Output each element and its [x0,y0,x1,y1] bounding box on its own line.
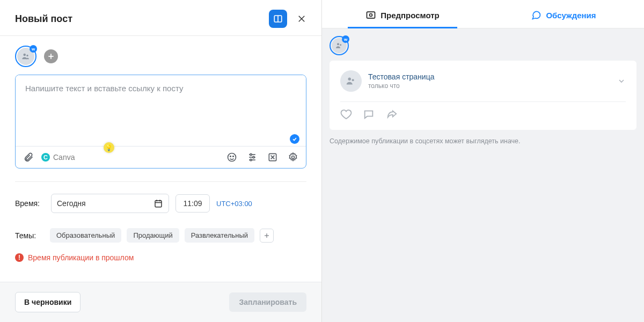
svg-point-4 [24,54,26,56]
footer-bar: В черновики Запланировать [0,282,321,322]
vk-badge-icon: w [342,35,349,43]
preview-account-avatar[interactable]: w [330,36,349,55]
preview-body: w Тестовая страница только что [322,28,644,322]
svg-point-5 [26,55,28,56]
page-title: Новый пост [15,13,72,25]
time-row: Время: Сегодня 11:09 UTC+03:00 [15,194,306,213]
preview-time-text: только что [368,82,434,90]
spellcheck-ok-icon[interactable] [290,134,299,144]
eye-icon [365,10,376,20]
time-picker[interactable]: 11:09 [175,194,210,213]
svg-rect-21 [155,201,162,207]
attach-icon[interactable] [23,152,34,163]
error-message: ! Время публикации в прошлом [15,253,306,262]
post-text-input[interactable] [16,75,306,132]
canva-logo-icon: C [41,153,50,162]
error-text: Время публикации в прошлом [28,253,134,262]
error-icon: ! [15,253,24,262]
preview-disclaimer: Содержимое публикации в соцсетях может в… [330,137,636,145]
divider [340,101,626,102]
hint-bulb-icon[interactable]: 💡 [104,142,114,153]
save-draft-button[interactable]: В черновики [15,292,80,312]
theme-chip[interactable]: Развлекательный [185,228,254,243]
svg-point-30 [340,44,341,46]
svg-point-32 [352,79,354,81]
themes-label: Темы: [15,231,45,240]
app-root: Новый пост w [0,0,644,322]
add-account-button[interactable] [44,49,58,63]
canva-label: Canva [53,153,75,162]
settings-sliders-icon[interactable] [247,152,258,163]
svg-point-14 [250,153,252,155]
chat-icon [531,10,541,20]
schedule-section: Время: Сегодня 11:09 UTC+03:00 Темы: Обр… [0,182,321,262]
gear-icon[interactable] [288,152,298,163]
chevron-down-icon[interactable] [617,77,626,85]
preview-card-actions [340,108,626,120]
theme-chip[interactable]: Продающий [127,228,179,243]
svg-point-31 [348,78,352,81]
tab-discussions-label: Обсуждения [546,11,596,20]
svg-point-16 [250,159,252,160]
calendar-icon [153,199,163,208]
preview-card: Тестовая страница только что [330,61,636,130]
svg-point-9 [230,156,231,157]
timezone-link[interactable]: UTC+03:00 [216,200,252,208]
close-icon[interactable] [297,14,306,24]
preview-page-meta: Тестовая страница только что [368,72,434,90]
share-icon[interactable] [385,108,398,120]
spellcheck-row [16,134,306,146]
add-theme-button[interactable] [260,229,274,243]
preview-page-name[interactable]: Тестовая страница [368,72,434,81]
compose-header: Новый пост [0,0,321,35]
like-icon[interactable] [340,108,352,120]
canva-button[interactable]: C Canva [41,153,75,162]
date-value: Сегодня [57,199,86,208]
svg-point-28 [370,14,372,17]
remove-image-icon[interactable] [267,152,278,163]
time-label: Время: [15,199,45,208]
header-actions [269,10,306,28]
svg-point-15 [253,156,254,158]
preview-tabs: Предпросмотр Обсуждения [322,0,644,28]
toggle-preview-button[interactable] [269,10,287,28]
theme-chip[interactable]: Образовательный [50,228,121,243]
date-picker[interactable]: Сегодня [51,194,169,213]
tab-discussions[interactable]: Обсуждения [483,0,644,28]
compose-toolbar: 💡 C Canva [16,146,306,168]
vk-badge-icon: w [30,45,37,53]
preview-account-strip: w [330,36,636,55]
accounts-row: w [0,36,321,75]
preview-card-header: Тестовая страница только что [340,70,626,92]
compose-pane: Новый пост w [0,0,322,322]
themes-row: Темы: Образовательный Продающий Развлека… [15,228,306,243]
selected-account-avatar[interactable]: w [15,46,36,67]
emoji-icon[interactable] [226,152,237,163]
svg-point-20 [292,156,295,159]
schedule-button[interactable]: Запланировать [229,292,306,312]
svg-point-29 [337,43,339,45]
svg-rect-27 [367,12,375,18]
tab-preview-label: Предпросмотр [380,11,440,20]
svg-point-10 [233,156,234,157]
compose-box: 💡 C Canva [15,75,306,169]
tab-preview[interactable]: Предпросмотр [322,0,483,28]
svg-point-8 [228,153,236,162]
preview-page-avatar [340,70,362,92]
comment-icon[interactable] [363,108,375,120]
preview-pane: Предпросмотр Обсуждения w [322,0,644,322]
